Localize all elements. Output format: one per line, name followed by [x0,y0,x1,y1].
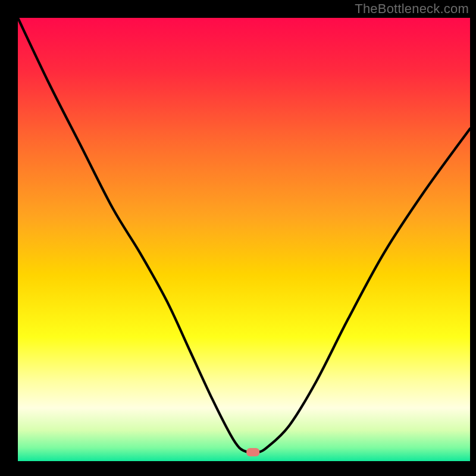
selected-point-marker [246,448,259,456]
plot-background [18,18,470,461]
chart-frame: { "watermark": "TheBottleneck.com", "cha… [0,0,476,476]
bottleneck-chart [0,0,476,476]
watermark-text: TheBottleneck.com [355,1,469,17]
